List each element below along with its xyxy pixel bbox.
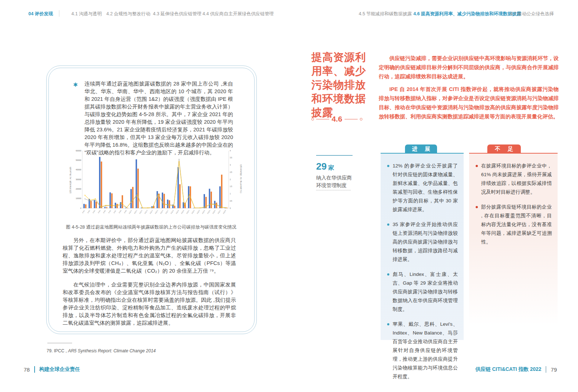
svg-text:企业3: 企业3 xyxy=(92,209,96,214)
stat-dotted-divider xyxy=(316,190,351,190)
stat-caption-line1: 纳入在华供应商 xyxy=(316,174,352,182)
footer-divider-right xyxy=(546,366,546,373)
insufficient-panel: 在披露环境目标的参评企业中，61% 尚未披露进展，亟待开展减排绩效追踪，以根据实… xyxy=(469,153,558,340)
svg-text:2: 2 xyxy=(230,179,231,181)
svg-text:企业27: 企业27 xyxy=(217,209,221,214)
footnote-prefix: 79. IPCC , xyxy=(47,348,67,353)
svg-text:企业11: 企业11 xyxy=(134,209,138,214)
svg-text:企业6: 企业6 xyxy=(108,209,111,214)
emissions-chart-svg: 010000020000030000040000050000060000000.… xyxy=(68,148,243,221)
svg-text:企业16: 企业16 xyxy=(160,209,164,214)
svg-text:企业4: 企业4 xyxy=(97,209,101,214)
footer-title-right: 供应链 CITI&CATI 指数 2022 xyxy=(475,366,541,373)
svg-text:600000: 600000 xyxy=(76,150,82,152)
nav-item-4-2[interactable]: 4.2 合规性与整改行动 xyxy=(106,11,150,17)
svg-text:1.5: 1.5 xyxy=(230,186,232,187)
svg-text:3: 3 xyxy=(230,164,231,166)
svg-text:100000: 100000 xyxy=(76,198,82,199)
svg-text:企业19: 企业19 xyxy=(175,209,180,214)
nav-divider xyxy=(59,10,59,17)
intro-paragraph-1: 供应链污染减排，需要企业识别供应链中高环境影响与资源消耗环节，设定明确的供应链减… xyxy=(379,54,559,81)
circle-icon-right xyxy=(360,118,362,120)
nav-item-4-3[interactable]: 4.3 延伸绿色供应链管理 xyxy=(153,11,201,17)
report-spread: { "nav": { "section_label": "04 评价发现", "… xyxy=(0,0,578,392)
svg-text:企业8: 企业8 xyxy=(118,209,122,214)
svg-text:企业25: 企业25 xyxy=(207,209,211,214)
stat-divider xyxy=(316,155,353,156)
bullet-star-icon: ✱ xyxy=(73,82,78,88)
progress-bullet-list: 12% 的参评企业公开披露了针对供应链的固体废物减量、新鲜水减量、化学品减量、包… xyxy=(381,154,464,381)
svg-text:400000: 400000 xyxy=(76,169,82,171)
footer-divider-left xyxy=(34,366,35,373)
svg-text:企业17: 企业17 xyxy=(165,209,169,214)
svg-text:企业13: 企业13 xyxy=(144,209,148,214)
footnote: 79. IPCC , AR5 Synthesis Report: Climate… xyxy=(47,348,156,353)
insufficient-bullet-1: 在披露环境目标的参评企业中，61% 尚未披露进展，亟待开展减排绩效追踪，以根据实… xyxy=(476,162,552,197)
svg-text:范围1&2碳强度（吨二氧化碳当量/万元）: 范围1&2碳强度（吨二氧化碳当量/万元） xyxy=(240,165,242,195)
svg-text:500000: 500000 xyxy=(76,159,82,161)
insufficient-bullet-2: 部分披露供应链环境目标的企业 , 存在目标覆盖范围不清晰，目标内容无法量化评估，… xyxy=(476,203,552,246)
nav-item-4-1[interactable]: 4.1 沟通与透明 xyxy=(71,11,102,17)
progress-bullet-1: 12% 的参评企业公开披露了针对供应链的固体废物减量、新鲜水减量、化学品减量、包… xyxy=(387,162,458,214)
svg-text:企业24: 企业24 xyxy=(201,209,206,214)
svg-text:企业5: 企业5 xyxy=(102,209,106,214)
emissions-chart: 010000020000030000040000050000060000000.… xyxy=(68,148,243,221)
svg-text:0: 0 xyxy=(230,207,231,209)
svg-text:企业28: 企业28 xyxy=(222,209,227,214)
section-intro: 供应链污染减排，需要企业识别供应链中高环境影响与资源消耗环节，设定明确的供应链减… xyxy=(379,54,559,125)
svg-text:企业14: 企业14 xyxy=(149,209,153,214)
stat-unit: 家 xyxy=(327,165,334,171)
footnote-divider xyxy=(47,343,72,343)
svg-text:企业10: 企业10 xyxy=(128,209,133,214)
svg-text:企业15: 企业15 xyxy=(154,209,159,214)
stat-caption: 纳入在华供应商 环境管理制度 xyxy=(316,174,352,189)
svg-text:范围1&2碳排放量（吨二氧化碳当量）: 范围1&2碳排放量（吨二氧化碳当量） xyxy=(69,165,72,193)
footer-title-left: 构建全球企业责任 xyxy=(39,366,80,373)
insufficient-tab: 不 足 xyxy=(487,144,521,154)
svg-text:0.5: 0.5 xyxy=(230,200,232,202)
climate-governance-paragraph: 在气候治理中，企业需要完整识别企业边界内排放源，中国国家发展和改革委员会发布的《… xyxy=(63,281,236,327)
footnote-report-title: AR5 Synthesis Report: Climate Change 201… xyxy=(68,348,156,353)
chart-caption: 图 4-5-28 通过蔚蓝地图网站连续两年披露碳数据的上市公司碳排放与碳强度变化… xyxy=(51,224,251,230)
svg-text:企业12: 企业12 xyxy=(139,209,143,214)
line-left xyxy=(316,119,329,119)
page-number-left: 78 xyxy=(24,367,30,373)
svg-text:企业18: 企业18 xyxy=(170,209,174,214)
svg-text:3.5: 3.5 xyxy=(230,157,232,159)
svg-text:企业2: 企业2 xyxy=(87,209,90,214)
page-number-right: 79 xyxy=(551,367,557,373)
svg-text:企业22: 企业22 xyxy=(191,209,195,214)
svg-text:2.5: 2.5 xyxy=(230,171,232,173)
stat-value: 29 xyxy=(316,161,327,172)
footer-right: 供应链 CITI&CATI 指数 2022 79 xyxy=(475,366,557,373)
insufficient-bullet-list: 在披露环境目标的参评企业中，61% 尚未披露进展，亟待开展减排绩效追踪，以根据实… xyxy=(469,154,558,246)
svg-text:企业23: 企业23 xyxy=(196,209,201,214)
svg-text:0: 0 xyxy=(80,207,81,209)
stat-caption-line2: 环境管理制度 xyxy=(316,182,352,189)
ghg-scope-paragraph: 另外，在本期评价中，部分通过蔚蓝地图网站披露碳数据的供应商只核算了化石燃料燃烧、… xyxy=(63,237,236,275)
svg-text:300000: 300000 xyxy=(76,179,82,181)
line-right xyxy=(345,119,358,119)
svg-text:200000: 200000 xyxy=(76,188,82,190)
svg-text:企业1: 企业1 xyxy=(82,209,85,214)
nav-section-label[interactable]: 04 评价发现 xyxy=(28,11,53,17)
svg-text:企业9: 企业9 xyxy=(123,209,127,214)
nav-item-4-7[interactable]: 4.7 推动公众绿色选择 xyxy=(510,11,554,17)
progress-bullet-2: 35 家参评企业开始推动供应链上资源消耗与污染物排放较高的供应商披露污染物排放与… xyxy=(387,220,458,264)
svg-text:企业7: 企业7 xyxy=(113,209,117,214)
svg-text:4: 4 xyxy=(230,150,231,152)
nav-item-4-4[interactable]: 4.4 供应商自主开展绿色供应链管理 xyxy=(203,11,274,17)
progress-panel: 12% 的参评企业公开披露了针对供应链的固体废物减量、新鲜水减量、化学品减量、包… xyxy=(381,153,464,340)
nav-item-4-6-active[interactable]: 4.6 提高资源利用率、减少污染物排放和环境数据披露 xyxy=(413,11,521,17)
stat-number: 29 家 xyxy=(316,161,334,172)
progress-bullet-4: 苹果、戴尔、思科、Levi's、Inditex、New Balance、马莎百货… xyxy=(387,320,458,381)
carbon-data-paragraph: 连续两年通过蔚蓝地图披露碳数据的 28 家中国上市公司 ,来自华北、华东、华南、… xyxy=(84,80,233,157)
progress-tab: 进 展 xyxy=(405,144,437,154)
progress-bullet-3: 彪马、Lindex、富士康、太吉、Gap 等 29 家企业将推动供应商披露污染物… xyxy=(387,270,458,314)
intro-paragraph-2: IPE 自 2014 年首次开展 CITI 指数评价起，就将推动供应商披露污染物… xyxy=(379,85,559,121)
svg-text:1: 1 xyxy=(230,193,231,195)
footer-left: 78 构建全球企业责任 xyxy=(24,366,80,373)
svg-text:企业20: 企业20 xyxy=(181,209,185,214)
nav-item-4-5[interactable]: 4.5 节能减排和碳数据披露 xyxy=(359,11,412,17)
section-number: 4.6 xyxy=(331,115,342,123)
